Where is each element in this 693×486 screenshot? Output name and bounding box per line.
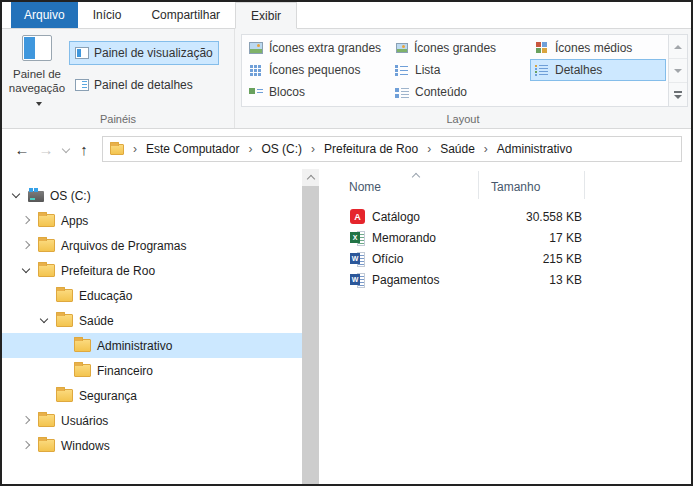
chevron-down-icon — [36, 102, 42, 106]
preview-pane-button[interactable]: Painel de visualização — [69, 41, 219, 65]
chevron-right-icon[interactable] — [20, 213, 35, 228]
file-row-catalogo[interactable]: Catálogo 30.558 KB — [339, 206, 691, 227]
layout-option-icones-pequenos[interactable]: Ícones pequenos — [244, 59, 390, 81]
back-arrow-icon: ← — [15, 141, 30, 158]
tree-item-prefeitura-de-roo[interactable]: Prefeitura de Roo — [2, 258, 302, 283]
chevron-down-icon[interactable] — [38, 313, 53, 328]
scrollbar-up-button[interactable] — [302, 169, 319, 186]
extra-large-icons-icon — [249, 42, 263, 54]
breadcrumb-saude[interactable]: Saúde — [440, 142, 475, 156]
tree-item-windows[interactable]: Windows — [2, 433, 302, 458]
chevron-up-icon — [307, 174, 314, 181]
group-label-paineis: Painéis — [2, 113, 234, 125]
chevron-placeholder — [38, 388, 53, 403]
back-button[interactable]: ← — [10, 137, 34, 161]
breadcrumb[interactable]: › Este Computador › OS (C:) › Prefeitura… — [102, 136, 682, 162]
breadcrumb-separator: › — [124, 142, 146, 156]
folder-icon — [74, 364, 91, 377]
breadcrumb-separator: › — [302, 142, 324, 156]
tree-item-saude[interactable]: Saúde — [2, 308, 302, 333]
tree-scrollbar[interactable] — [302, 169, 319, 484]
ribbon-tab-bar: Arquivo Início Compartilhar Exibir — [2, 2, 691, 29]
content-view-icon — [395, 86, 409, 98]
folder-icon — [38, 439, 55, 452]
folder-icon — [56, 314, 73, 327]
sort-ascending-icon — [412, 172, 421, 180]
tree-item-os-c[interactable]: OS (C:) — [2, 183, 302, 208]
up-arrow-icon: ↑ — [80, 141, 88, 158]
folder-icon — [38, 239, 55, 252]
word-file-icon — [350, 272, 365, 287]
file-row-pagamentos[interactable]: Pagamentos 13 KB — [339, 269, 691, 290]
breadcrumb-separator: › — [239, 142, 261, 156]
word-file-icon — [350, 251, 365, 266]
tab-compartilhar[interactable]: Compartilhar — [136, 2, 235, 28]
up-button[interactable]: ↑ — [72, 137, 96, 161]
chevron-down-icon[interactable] — [20, 263, 35, 278]
breadcrumb-prefeitura-de-roo[interactable]: Prefeitura de Roo — [324, 142, 418, 156]
tree-item-apps[interactable]: Apps — [2, 208, 302, 233]
scrollbar-thumb[interactable] — [302, 186, 319, 484]
tree-item-arquivos-de-programas[interactable]: Arquivos de Programas — [2, 233, 302, 258]
breadcrumb-este-computador[interactable]: Este Computador — [146, 142, 239, 156]
gallery-more-button[interactable] — [669, 83, 687, 106]
main-content: OS (C:) Apps Arquivos de Programas Prefe… — [2, 169, 691, 484]
tab-arquivo[interactable]: Arquivo — [11, 2, 78, 28]
forward-button[interactable]: → — [34, 137, 58, 161]
layout-option-icones-grandes[interactable]: Ícones grandes — [390, 37, 530, 59]
recent-locations-chevron-icon — [62, 146, 69, 153]
gallery-scroll-down-button[interactable] — [669, 59, 687, 83]
explorer-window: Arquivo Início Compartilhar Exibir Paine… — [0, 0, 693, 486]
gallery-scroll-up-button[interactable] — [669, 35, 687, 59]
folder-icon — [38, 214, 55, 227]
layout-option-blocos[interactable]: Blocos — [244, 81, 390, 103]
tree-item-seguranca[interactable]: Segurança — [2, 383, 302, 408]
file-row-oficio[interactable]: Ofício 215 KB — [339, 248, 691, 269]
folder-icon — [74, 339, 91, 352]
drive-icon — [28, 191, 44, 202]
navigation-pane-label: Painel de navegação — [9, 68, 65, 94]
details-pane-label: Painel de detalhes — [94, 78, 193, 92]
small-icons-icon — [249, 64, 263, 76]
chevron-right-icon[interactable] — [20, 438, 35, 453]
chevron-placeholder — [56, 338, 71, 353]
tab-inicio[interactable]: Início — [78, 2, 137, 28]
excel-file-icon — [350, 230, 365, 245]
breadcrumb-administrativo[interactable]: Administrativo — [497, 142, 572, 156]
chevron-right-icon[interactable] — [20, 413, 35, 428]
navigation-pane-button[interactable]: Painel de navegação — [7, 33, 67, 113]
medium-icons-icon — [535, 42, 549, 54]
tree-item-administrativo[interactable]: Administrativo — [2, 333, 302, 358]
file-row-memorando[interactable]: Memorando 17 KB — [339, 227, 691, 248]
details-pane-button[interactable]: Painel de detalhes — [69, 73, 199, 97]
layout-option-lista[interactable]: Lista — [390, 59, 530, 81]
group-label-layout: Layout — [235, 113, 691, 125]
layout-option-icones-medios[interactable]: Ícones médios — [530, 37, 666, 59]
details-view-icon — [535, 64, 549, 76]
chevron-placeholder — [56, 363, 71, 378]
preview-pane-icon — [75, 47, 89, 59]
tree-item-usuarios[interactable]: Usuários — [2, 408, 302, 433]
tree-item-financeiro[interactable]: Financeiro — [2, 358, 302, 383]
chevron-right-icon[interactable] — [20, 238, 35, 253]
chevron-down-icon[interactable] — [10, 188, 25, 203]
ribbon: Painel de navegação Painel de visualizaç… — [2, 29, 691, 129]
tab-exibir[interactable]: Exibir — [235, 2, 297, 29]
folder-icon — [110, 144, 124, 155]
forward-arrow-icon: → — [39, 141, 54, 158]
ribbon-group-paineis: Painel de navegação Painel de visualizaç… — [2, 29, 235, 128]
tree-item-educacao[interactable]: Educação — [2, 283, 302, 308]
tiles-view-icon — [249, 86, 263, 98]
preview-pane-label: Painel de visualização — [94, 46, 213, 60]
folder-icon — [56, 389, 73, 402]
layout-option-detalhes[interactable]: Detalhes — [530, 59, 666, 81]
breadcrumb-os-c[interactable]: OS (C:) — [261, 142, 302, 156]
folder-icon — [38, 264, 55, 277]
column-header-nome[interactable]: Nome — [339, 171, 479, 199]
layout-option-conteudo[interactable]: Conteúdo — [390, 81, 530, 103]
file-list: Nome Tamanho Catálogo 30.558 KB Memorand… — [319, 169, 691, 484]
recent-locations-button[interactable] — [58, 137, 72, 161]
layout-option-icones-extra-grandes[interactable]: Ícones extra grandes — [244, 37, 390, 59]
list-view-icon — [395, 64, 409, 76]
column-header-tamanho[interactable]: Tamanho — [479, 171, 585, 199]
